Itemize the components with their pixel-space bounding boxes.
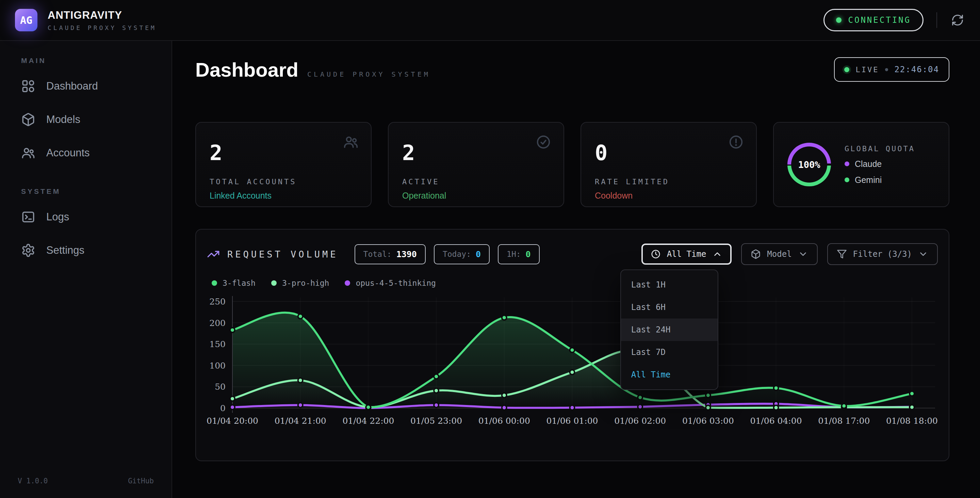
app-title: ANTIGRAVITY bbox=[48, 9, 156, 21]
refresh-icon bbox=[951, 14, 964, 27]
app-header: AG ANTIGRAVITY CLAUDE PROXY SYSTEM CONNE… bbox=[0, 0, 980, 41]
sidebar-item-label: Logs bbox=[46, 211, 69, 223]
legend-item-3-pro-high: 3-pro-high bbox=[271, 279, 329, 287]
stat-sub: Linked Accounts bbox=[210, 191, 357, 201]
svg-text:200: 200 bbox=[209, 318, 226, 328]
svg-text:01/06 04:00: 01/06 04:00 bbox=[750, 416, 802, 426]
quota-percent: 100% bbox=[788, 143, 831, 186]
dropdown-item-all-time[interactable]: All Time bbox=[621, 364, 718, 386]
request-volume-chart: 05010015020025001/04 20:0001/04 21:0001/… bbox=[207, 292, 938, 427]
model-filter-button[interactable]: Model bbox=[741, 243, 817, 265]
chevron-down-icon bbox=[918, 249, 928, 259]
sidebar-item-accounts[interactable]: Accounts bbox=[0, 136, 172, 170]
connection-status-label: CONNECTING bbox=[848, 15, 911, 25]
chart-legend: 3-flash 3-pro-high opus-4-5-thinking bbox=[212, 279, 938, 287]
header-divider bbox=[937, 12, 937, 28]
stat-card-rate-limited: 0 RATE LIMITED Cooldown bbox=[581, 122, 757, 207]
connection-status-badge: CONNECTING bbox=[824, 9, 924, 31]
svg-text:01/06 03:00: 01/06 03:00 bbox=[682, 416, 734, 426]
trending-up-icon bbox=[207, 247, 220, 260]
series-dot bbox=[212, 280, 217, 286]
dropdown-item-last-7d[interactable]: Last 7D bbox=[621, 341, 718, 364]
stat-card-active: 2 ACTIVE Operational bbox=[388, 122, 564, 207]
line-chart: 05010015020025001/04 20:0001/04 21:0001/… bbox=[207, 292, 938, 427]
svg-text:50: 50 bbox=[215, 382, 226, 392]
time-range-dropdown: Last 1H Last 6H Last 24H Last 7D All Tim… bbox=[620, 270, 718, 390]
cube-icon bbox=[751, 249, 761, 259]
stat-label: TOTAL ACCOUNTS bbox=[210, 177, 357, 186]
gear-icon bbox=[21, 243, 35, 257]
stat-card-total-accounts: 2 TOTAL ACCOUNTS Linked Accounts bbox=[195, 122, 372, 207]
stat-sub: Operational bbox=[402, 191, 550, 201]
funnel-icon bbox=[837, 249, 847, 259]
check-circle-icon bbox=[536, 134, 551, 150]
today-pill: Today: 0 bbox=[434, 244, 490, 264]
svg-text:01/04 21:00: 01/04 21:00 bbox=[275, 416, 326, 426]
terminal-icon bbox=[21, 210, 35, 224]
sidebar-item-models[interactable]: Models bbox=[0, 103, 172, 136]
sidebar-item-dashboard[interactable]: Dashboard bbox=[0, 70, 172, 103]
app-logo: AG bbox=[15, 9, 37, 31]
stat-sub: Cooldown bbox=[595, 191, 743, 201]
stat-value: 0 bbox=[595, 140, 743, 165]
cube-icon bbox=[21, 112, 35, 127]
series-dot bbox=[271, 280, 277, 286]
legend-item-3-flash: 3-flash bbox=[212, 279, 256, 287]
claude-dot bbox=[845, 161, 850, 166]
svg-text:01/05 23:00: 01/05 23:00 bbox=[410, 416, 462, 426]
quota-legend-claude: Claude bbox=[845, 159, 915, 169]
dropdown-item-last-6h[interactable]: Last 6H bbox=[621, 296, 718, 319]
sidebar-item-label: Dashboard bbox=[46, 80, 98, 92]
svg-text:150: 150 bbox=[209, 339, 226, 349]
sidebar-item-logs[interactable]: Logs bbox=[0, 200, 172, 234]
connection-status-dot bbox=[836, 18, 842, 23]
sidebar-section-system: SYSTEM bbox=[0, 187, 172, 196]
svg-text:250: 250 bbox=[209, 297, 226, 306]
series-dot bbox=[345, 280, 350, 286]
stat-label: RATE LIMITED bbox=[595, 177, 743, 186]
global-quota-card: 100% GLOBAL QUOTA Claude Gemini bbox=[773, 122, 950, 207]
legend-item-opus-4-5-thinking: opus-4-5-thinking bbox=[345, 279, 436, 287]
svg-text:01/08 18:00: 01/08 18:00 bbox=[886, 416, 938, 426]
stat-value: 2 bbox=[210, 140, 357, 165]
sidebar: MAIN Dashboard Models bbox=[0, 41, 172, 498]
svg-text:01/04 20:00: 01/04 20:00 bbox=[207, 416, 258, 426]
refresh-button[interactable] bbox=[950, 13, 965, 27]
svg-text:01/04 22:00: 01/04 22:00 bbox=[342, 416, 394, 426]
page-subtitle: CLAUDE PROXY SYSTEM bbox=[307, 70, 430, 78]
live-status-badge: LIVE 22:46:04 bbox=[834, 57, 950, 82]
grid-icon bbox=[21, 79, 35, 93]
main-content: Dashboard CLAUDE PROXY SYSTEM LIVE 22:46… bbox=[172, 41, 980, 498]
svg-text:0: 0 bbox=[220, 403, 226, 413]
dropdown-item-last-24h[interactable]: Last 24H bbox=[621, 319, 718, 341]
dropdown-item-last-1h[interactable]: Last 1H bbox=[621, 273, 718, 296]
app-version: V 1.0.0 bbox=[18, 477, 48, 485]
svg-text:100: 100 bbox=[209, 361, 226, 370]
quota-ring: 100% bbox=[788, 143, 831, 186]
sidebar-item-label: Accounts bbox=[46, 147, 90, 159]
github-link[interactable]: GitHub bbox=[128, 477, 154, 485]
gemini-dot bbox=[845, 177, 850, 182]
live-dot bbox=[844, 67, 850, 72]
chart-title: REQUEST VOLUME bbox=[227, 249, 338, 260]
total-pill: Total: 1390 bbox=[355, 244, 426, 264]
sidebar-item-label: Models bbox=[46, 113, 80, 126]
filter-button[interactable]: Filter (3/3) bbox=[827, 243, 938, 265]
request-volume-card: REQUEST VOLUME Total: 1390 Today: 0 1H: … bbox=[195, 229, 950, 461]
sidebar-item-settings[interactable]: Settings bbox=[0, 234, 172, 267]
clock-icon bbox=[651, 249, 661, 259]
quota-legend-gemini: Gemini bbox=[845, 175, 915, 185]
sidebar-item-label: Settings bbox=[46, 244, 84, 257]
stat-label: ACTIVE bbox=[402, 177, 550, 186]
alert-circle-icon bbox=[728, 134, 744, 150]
svg-text:01/06 00:00: 01/06 00:00 bbox=[479, 416, 530, 426]
live-label: LIVE bbox=[856, 65, 879, 74]
svg-text:01/08 17:00: 01/08 17:00 bbox=[818, 416, 870, 426]
app-subtitle: CLAUDE PROXY SYSTEM bbox=[48, 24, 156, 31]
separator-dot bbox=[885, 68, 888, 71]
chevron-up-icon bbox=[712, 249, 722, 259]
brand: ANTIGRAVITY CLAUDE PROXY SYSTEM bbox=[48, 9, 156, 31]
users-icon bbox=[343, 134, 359, 150]
time-range-button[interactable]: All Time bbox=[641, 244, 732, 265]
chevron-down-icon bbox=[798, 249, 808, 259]
